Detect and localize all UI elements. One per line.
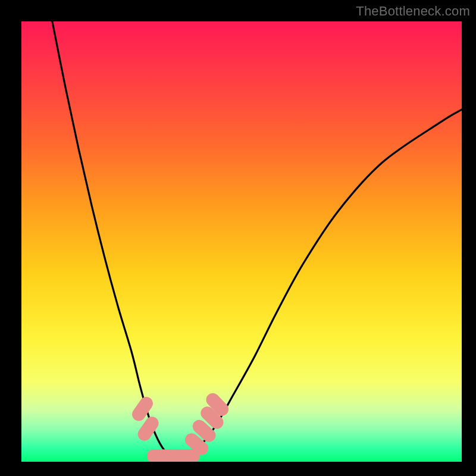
bottleneck-curve (52, 21, 462, 458)
marker-layer (130, 390, 231, 462)
watermark-text: TheBottleneck.com (356, 4, 470, 19)
outer-frame: TheBottleneck.com (0, 0, 476, 476)
chart-svg (21, 21, 462, 462)
plot-area (21, 21, 462, 462)
curve-layer (52, 21, 462, 458)
